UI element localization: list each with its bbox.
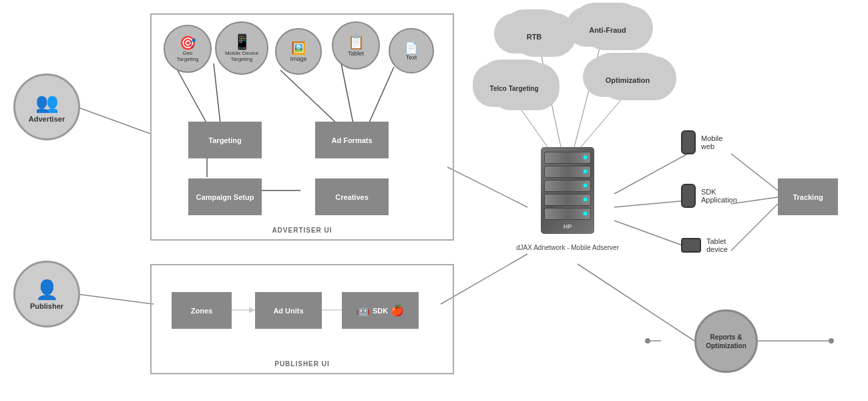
campaign-setup-box: Campaign Setup — [188, 178, 262, 215]
advertiser-ui-label: ADVERTISER UI — [272, 227, 332, 234]
tablet-circle: 📋 Tablet — [332, 21, 380, 70]
mobile-web-device — [681, 130, 696, 154]
svg-line-16 — [614, 200, 688, 207]
advertiser-label: Advertiser — [29, 115, 65, 123]
anti-fraud-cloud: Anti-Fraud — [578, 13, 638, 47]
geo-targeting-circle: 🎯 GeoTargeting — [164, 25, 212, 73]
svg-line-20 — [731, 204, 778, 251]
svg-line-21 — [578, 264, 694, 341]
advertiser-circle: 👥 Advertiser — [13, 74, 80, 140]
text-circle: 📄 Text — [389, 28, 434, 74]
sdk-application-label: SDKApplication — [701, 188, 737, 204]
mobile-device-targeting-circle: 📱 Mobile DeviceTargeting — [215, 21, 268, 75]
mobile-device-targeting-label: Mobile DeviceTargeting — [225, 51, 258, 63]
sdk-app-device — [681, 184, 696, 208]
ad-formats-box: Ad Formats — [315, 122, 389, 158]
publisher-ui-container: Zones Ad Units 🤖 SDK 🍎 PUBLISHER UI — [150, 264, 454, 374]
publisher-icon: 👤 — [35, 279, 59, 301]
svg-line-1 — [77, 294, 154, 304]
tablet-device-label: Tabletdevice — [706, 237, 728, 253]
svg-line-11 — [541, 53, 561, 147]
optimization-cloud: Optimization — [594, 63, 661, 97]
telco-targeting-cloud: Telco Targeting — [484, 70, 544, 107]
mobile-web-group: Mobileweb — [681, 130, 722, 154]
image-circle: 🖼️ Image — [275, 28, 322, 75]
ad-units-box: Ad Units — [255, 292, 322, 329]
rtb-cloud: RTB — [507, 20, 561, 53]
targeting-box: Targeting — [188, 122, 262, 158]
svg-point-23 — [645, 338, 650, 344]
tablet-device-img — [681, 238, 701, 253]
svg-line-18 — [731, 154, 778, 190]
creatives-box: Creatives — [315, 178, 389, 215]
svg-line-15 — [614, 154, 688, 194]
advertiser-ui-container: 🎯 GeoTargeting 📱 Mobile DeviceTargeting … — [150, 13, 454, 241]
publisher-label: Publisher — [30, 302, 63, 310]
sdk-box: 🤖 SDK 🍎 — [342, 292, 419, 329]
diagram-container: 👥 Advertiser 🎯 GeoTargeting 📱 Mobile Dev… — [0, 0, 868, 401]
advertiser-icon: 👥 — [35, 92, 59, 114]
reports-optimization-circle: Reports &Optimization — [694, 309, 758, 373]
server-label: dJAX Adnetwork - Mobile Adserver — [507, 244, 628, 251]
image-label: Image — [290, 55, 306, 62]
text-label: Text — [406, 54, 417, 61]
server: HP — [541, 147, 594, 234]
svg-line-17 — [614, 221, 688, 247]
svg-line-19 — [731, 197, 778, 204]
svg-line-12 — [574, 43, 601, 147]
svg-line-10 — [447, 167, 527, 207]
tracking-box: Tracking — [778, 178, 838, 215]
mobile-web-label: Mobileweb — [701, 134, 722, 150]
publisher-circle: 👤 Publisher — [13, 261, 80, 327]
publisher-ui-label: PUBLISHER UI — [274, 360, 330, 368]
tablet-device-group: Tabletdevice — [681, 237, 728, 253]
sdk-application-group: SDKApplication — [681, 184, 737, 208]
geo-targeting-label: GeoTargeting — [177, 51, 199, 63]
reports-optimization-label: Reports &Optimization — [706, 333, 746, 350]
svg-line-0 — [77, 107, 150, 134]
svg-point-24 — [829, 338, 834, 344]
zones-box: Zones — [172, 292, 232, 329]
tablet-label: Tablet — [348, 50, 364, 57]
